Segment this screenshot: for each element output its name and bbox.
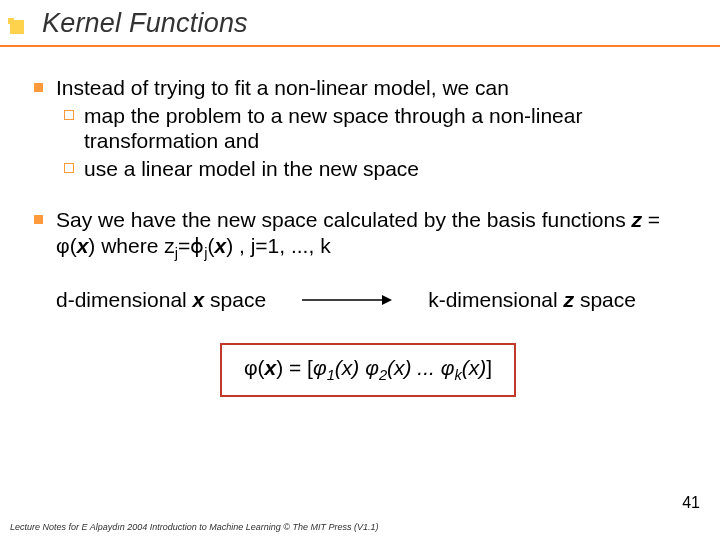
f-tka: φ [441,356,455,379]
b2-phi: φ [56,234,70,257]
f-tkb: (x) [462,356,487,379]
b2-x2: x [214,234,226,257]
bullet1-lead: Instead of trying to fit a non-linear mo… [56,76,509,99]
slide-title: Kernel Functions [18,8,720,39]
formula-box: φ(x) = [φ1(x) φ2(x) ... φk(x)] [220,343,516,397]
bullet-item-2: Say we have the new space calculated by … [56,207,680,396]
f-x: x [265,356,277,379]
slide-content: Instead of trying to fit a non-linear mo… [0,47,720,397]
mapping-row: d-dimensional x space k-dimensional z sp… [56,287,680,313]
b2-eqmid: = [642,208,660,231]
map-left-b: x [193,288,205,311]
mapping-left: d-dimensional x space [56,287,266,313]
map-right-b: z [564,288,575,311]
b2-open: ( [70,234,77,257]
sub-bullet-1: map the problem to a new space through a… [56,103,680,154]
page-number: 41 [682,494,700,512]
f-end: ] [486,356,492,379]
footer-citation: Lecture Notes for E Alpaydın 2004 Introd… [10,522,379,532]
mapping-right: k-dimensional z space [428,287,636,313]
f-phi: φ [244,356,258,379]
b2-z: z [632,208,643,231]
title-bar: Kernel Functions [0,0,720,43]
sub-bullet-2: use a linear model in the new space [56,156,680,182]
bullet-item-1: Instead of trying to fit a non-linear mo… [56,75,680,181]
f-t1s: 1 [327,367,335,383]
map-left-c: space [204,288,266,311]
f-t2a: φ [365,356,379,379]
f-t2s: 2 [379,367,387,383]
map-right-a: k-dimensional [428,288,563,311]
f-t1a: φ [313,356,327,379]
b2-part1: Say we have the new space calculated by … [56,208,632,231]
f-tks: k [454,367,461,383]
map-left-a: d-dimensional [56,288,193,311]
b2-tail: , j=1, ..., k [233,234,330,257]
b2-eq2: =ϕ [178,234,204,257]
f-eq: = [ [283,356,313,379]
f-t1b: (x) [335,356,365,379]
b2-where: where z [95,234,174,257]
arrow-icon [302,293,392,307]
b2-x: x [77,234,89,257]
map-right-c: space [574,288,636,311]
svg-marker-1 [382,295,392,305]
f-open: ( [258,356,265,379]
title-logo-square [10,20,24,34]
formula-wrap: φ(x) = [φ1(x) φ2(x) ... φk(x)] [56,319,680,397]
f-t2b: (x) ... [387,356,441,379]
